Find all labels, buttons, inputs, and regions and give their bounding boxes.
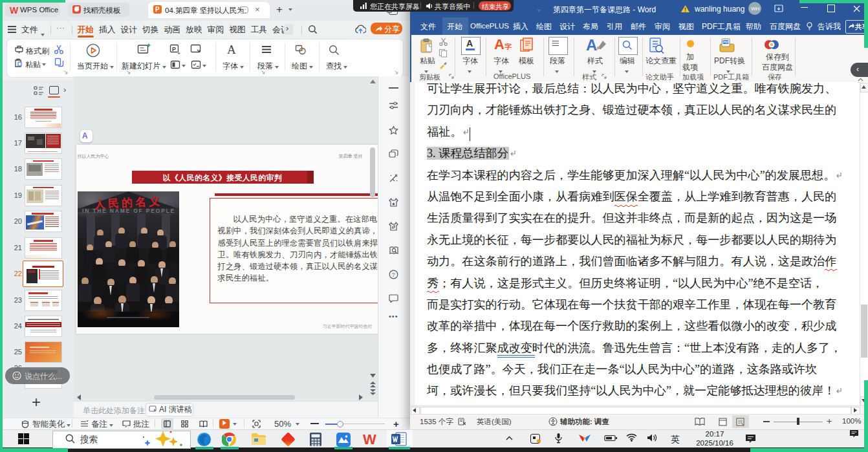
- svg-text:PDF: PDF: [723, 41, 729, 44]
- svg-text:P: P: [172, 46, 176, 52]
- svg-text:?: ?: [392, 272, 395, 278]
